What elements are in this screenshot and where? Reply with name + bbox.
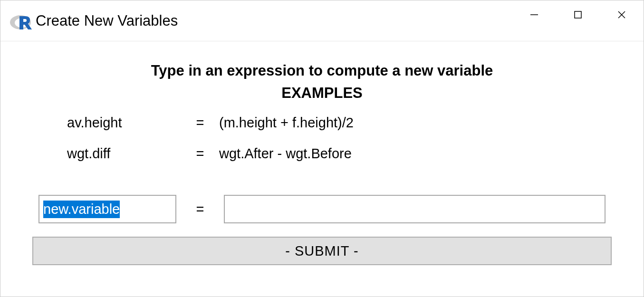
equals-sign: =: [176, 201, 224, 217]
r-app-icon: [9, 10, 32, 32]
examples-heading: EXAMPLES: [281, 85, 363, 102]
example-var-name: wgt.diff: [67, 146, 186, 162]
example-row: av.height = (m.height + f.height)/2: [67, 115, 619, 131]
variable-name-input[interactable]: new.variable: [38, 195, 176, 223]
dialog-content: Type in an expression to compute a new v…: [0, 41, 644, 297]
examples-block: av.height = (m.height + f.height)/2 wgt.…: [25, 115, 619, 162]
svg-rect-3: [575, 11, 581, 18]
titlebar: Create New Variables: [0, 0, 644, 41]
example-expression: (m.height + f.height)/2: [214, 115, 619, 131]
dialog-window: Create New Variables Type in an expressi…: [0, 0, 644, 297]
expression-input[interactable]: [224, 195, 606, 223]
minimize-button[interactable]: [512, 0, 556, 29]
close-button[interactable]: [600, 0, 644, 29]
window-controls: [512, 0, 644, 41]
equals-sign: =: [186, 115, 214, 131]
submit-button[interactable]: - SUBMIT -: [32, 237, 612, 265]
equals-sign: =: [186, 146, 214, 162]
maximize-button[interactable]: [556, 0, 600, 29]
window-title: Create New Variables: [36, 12, 512, 29]
example-row: wgt.diff = wgt.After - wgt.Before: [67, 146, 619, 162]
example-expression: wgt.After - wgt.Before: [214, 146, 619, 162]
instruction-heading: Type in an expression to compute a new v…: [151, 60, 493, 81]
example-var-name: av.height: [67, 115, 186, 131]
input-row: new.variable =: [25, 195, 619, 223]
selected-text: new.variable: [43, 201, 120, 218]
